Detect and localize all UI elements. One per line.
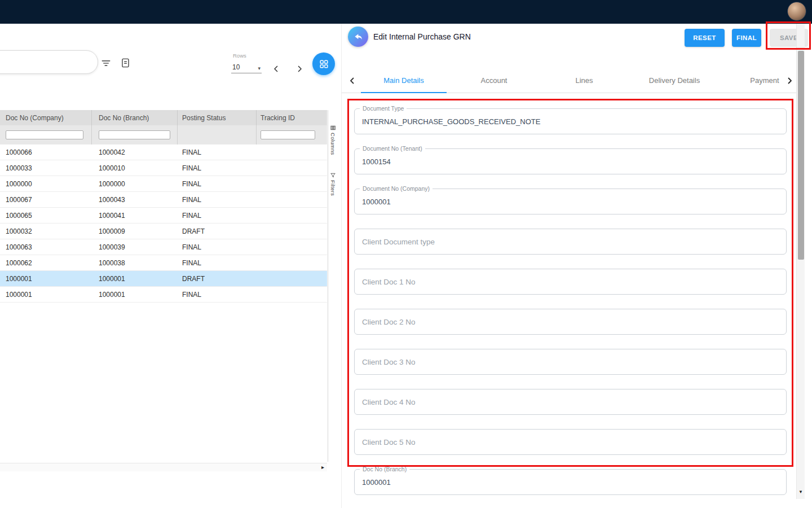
- document-list-panel: Rows 10 ▾ Doc No (Company)Doc No (Branch…: [0, 24, 341, 508]
- table-cell: 1000032: [0, 224, 92, 239]
- caret-down-icon: ▾: [258, 65, 261, 71]
- tab-payment[interactable]: Payment: [720, 68, 788, 93]
- form-field-7[interactable]: Client Doc 4 No: [354, 389, 787, 415]
- form-field-9[interactable]: Doc No (Branch)1000001: [354, 469, 787, 495]
- table-cell: 1000001: [0, 287, 92, 302]
- reset-button[interactable]: RESET: [685, 29, 725, 47]
- search-input[interactable]: [0, 50, 98, 74]
- rows-per-page-label: Rows: [233, 52, 246, 59]
- column-filter-input-0[interactable]: [6, 130, 83, 139]
- rows-per-page-select[interactable]: 10 ▾: [231, 61, 262, 73]
- back-button[interactable]: [348, 27, 368, 47]
- table-row-6[interactable]: 10000631000039FINAL: [0, 239, 327, 255]
- final-button[interactable]: FINAL: [732, 29, 761, 47]
- field-label: Document Type: [360, 105, 407, 112]
- grid-view-button[interactable]: [312, 52, 335, 75]
- table-row-5[interactable]: 10000321000009DRAFT: [0, 224, 327, 239]
- field-label: Doc No (Branch): [360, 466, 409, 472]
- table-row-8[interactable]: 10000011000001DRAFT: [0, 271, 327, 287]
- edit-form-panel: Edit Internal Purchase GRN RESET FINAL S…: [341, 24, 796, 508]
- form-field-3[interactable]: Client Document type: [354, 229, 787, 255]
- field-placeholder: Client Doc 2 No: [362, 318, 416, 326]
- table-cell: 1000063: [0, 239, 92, 255]
- vertical-scrollbar[interactable]: ▼: [796, 24, 805, 499]
- form-field-4[interactable]: Client Doc 1 No: [354, 269, 787, 295]
- table-cell: 1000001: [0, 271, 92, 286]
- columns-side-tab[interactable]: Columns: [328, 125, 338, 155]
- filters-side-tab-label: Filters: [330, 180, 336, 196]
- table-row-4[interactable]: 10000651000041FINAL: [0, 208, 327, 224]
- table-cell: DRAFT: [178, 224, 257, 239]
- form-field-6[interactable]: Client Doc 3 No: [354, 349, 787, 375]
- filter-cell-0: [0, 125, 92, 144]
- grid-icon: [319, 59, 329, 69]
- table-cell: FINAL: [178, 176, 257, 191]
- table-row-7[interactable]: 10000621000038FINAL: [0, 255, 327, 271]
- filter-cell-1: [92, 125, 178, 144]
- table-cell: 1000038: [92, 255, 178, 270]
- form-field-0[interactable]: Document TypeINTERNAL_PURCHASE_GOODS_REC…: [354, 108, 787, 134]
- column-filter-input-1[interactable]: [99, 130, 170, 139]
- table-cell: 1000033: [0, 160, 92, 176]
- field-placeholder: Client Doc 3 No: [362, 358, 416, 366]
- table-cell: FINAL: [178, 255, 257, 270]
- table-cell: [257, 224, 327, 239]
- table-row-9[interactable]: 10000011000001FINAL: [0, 287, 327, 303]
- form-field-5[interactable]: Client Doc 2 No: [354, 309, 787, 335]
- table-cell: 1000067: [0, 192, 92, 207]
- filter-cell-2: [178, 125, 257, 144]
- tabs-scroll-right-button[interactable]: [783, 75, 796, 87]
- column-header-2[interactable]: Posting Status: [178, 110, 257, 125]
- column-header-1[interactable]: Doc No (Branch): [92, 110, 178, 125]
- table-cell: FINAL: [178, 208, 257, 223]
- tab-main-details[interactable]: Main Details: [359, 68, 449, 93]
- table-cell: 1000042: [92, 144, 178, 160]
- tab-lines[interactable]: Lines: [539, 68, 629, 93]
- tab-account[interactable]: Account: [449, 68, 539, 93]
- form-field-2[interactable]: Document No (Company)1000001: [354, 189, 787, 214]
- table-cell: [257, 160, 327, 176]
- column-filter-input-3[interactable]: [261, 130, 315, 139]
- scroll-down-arrow-icon[interactable]: ▼: [797, 489, 805, 494]
- table-row-2[interactable]: 10000001000000FINAL: [0, 176, 327, 192]
- funnel-icon: [330, 172, 336, 178]
- table-cell: [257, 287, 327, 302]
- vertical-scrollbar-thumb[interactable]: [798, 51, 804, 260]
- back-arrow-icon: [353, 32, 363, 42]
- table-row-3[interactable]: 10000671000043FINAL: [0, 192, 327, 208]
- form-field-1[interactable]: Document No (Tenant)1000154: [354, 148, 787, 174]
- form-field-8[interactable]: Client Doc 5 No: [354, 429, 787, 455]
- previous-page-button[interactable]: [270, 62, 283, 76]
- column-header-3[interactable]: Tracking ID: [257, 110, 327, 125]
- table-cell: 1000043: [92, 192, 178, 207]
- next-page-button[interactable]: [293, 62, 306, 76]
- field-placeholder: Client Doc 1 No: [362, 278, 416, 286]
- tabs-scroll-left-button[interactable]: [346, 75, 359, 87]
- table-cell: FINAL: [178, 287, 257, 302]
- detail-tabs: Main DetailsAccountLinesDelivery Details…: [359, 68, 788, 93]
- field-label: Document No (Tenant): [360, 145, 425, 152]
- tab-delivery-details[interactable]: Delivery Details: [629, 68, 720, 93]
- column-header-0[interactable]: Doc No (Company): [0, 110, 92, 125]
- columns-side-tab-label: Columns: [330, 133, 336, 155]
- filter-list-icon[interactable]: [99, 56, 113, 70]
- table-cell: DRAFT: [178, 271, 257, 286]
- field-value: INTERNAL_PURCHASE_GOODS_RECEIVED_NOTE: [362, 117, 540, 126]
- table-cell: [257, 144, 327, 160]
- table-cell: FINAL: [178, 144, 257, 160]
- horizontal-scrollbar[interactable]: ▸: [0, 463, 327, 471]
- table-cell: 1000062: [0, 255, 92, 270]
- table-row-0[interactable]: 10000661000042FINAL: [0, 144, 327, 160]
- table-cell: 1000009: [92, 224, 178, 239]
- filter-cell-3: [257, 125, 327, 144]
- user-avatar[interactable]: [787, 2, 806, 21]
- table-row-1[interactable]: 10000331000010FINAL: [0, 160, 327, 176]
- table-cell: 1000039: [92, 239, 178, 255]
- scroll-right-arrow-icon[interactable]: ▸: [321, 464, 324, 470]
- table-cell: 1000001: [92, 271, 178, 286]
- filters-side-tab[interactable]: Filters: [328, 172, 338, 196]
- saved-views-icon[interactable]: [118, 56, 132, 69]
- field-placeholder: Client Doc 5 No: [362, 438, 416, 446]
- table-cell: FINAL: [178, 239, 257, 255]
- top-app-bar: [0, 0, 812, 24]
